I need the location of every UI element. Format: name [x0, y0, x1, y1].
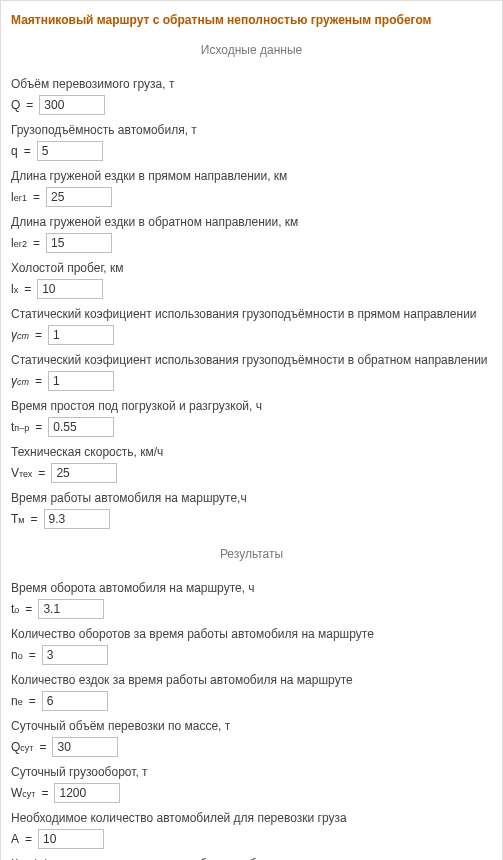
label-Wsut: Суточный грузооборот, т [11, 763, 492, 781]
row-A: A = [11, 829, 492, 849]
form-panel: Маятниковый маршрут с обратным неполност… [0, 0, 503, 860]
label-beta: Коэффициент использования пробега за обо… [11, 855, 492, 860]
output-Qsut[interactable] [52, 737, 118, 757]
equals: = [35, 420, 42, 434]
label-A: Необходимое количество автомобилей для п… [11, 809, 492, 827]
symbol-Qsut: Qсут [11, 740, 33, 754]
label-Q: Объём перевозимого груза, т [11, 75, 492, 93]
row-Wsut: Wсут = [11, 783, 492, 803]
input-Tm[interactable] [44, 509, 110, 529]
symbol-no: nо [11, 648, 23, 662]
equals: = [39, 740, 46, 754]
equals: = [33, 190, 40, 204]
symbol-to: tо [11, 602, 19, 616]
symbol-leg1: lег1 [11, 190, 27, 204]
row-ne: nе = [11, 691, 492, 711]
row-leg1: lег1 = [11, 187, 492, 207]
equals: = [24, 282, 31, 296]
equals: = [26, 98, 33, 112]
section-header-inputs: Исходные данные [11, 43, 492, 57]
row-tpr: tп–р = [11, 417, 492, 437]
page-title: Маятниковый маршрут с обратным неполност… [11, 13, 492, 27]
label-to: Время оборота автомобиля на маршруте, ч [11, 579, 492, 597]
label-no: Количество оборотов за время работы авто… [11, 625, 492, 643]
output-ne[interactable] [42, 691, 108, 711]
row-leg2: lег2 = [11, 233, 492, 253]
symbol-lx: lx [11, 282, 18, 296]
label-tpr: Время простоя под погрузкой и разгрузкой… [11, 397, 492, 415]
output-no[interactable] [42, 645, 108, 665]
symbol-vtex: Vтех [11, 466, 32, 480]
symbol-leg2: lег2 [11, 236, 27, 250]
row-gst2: γст = [11, 371, 492, 391]
label-vtex: Техническая скорость, км/ч [11, 443, 492, 461]
symbol-A: A [11, 832, 19, 846]
label-gst2: Статический коэфициент использования гру… [11, 351, 492, 369]
label-leg2: Длина груженой ездки в обратном направле… [11, 213, 492, 231]
input-vtex[interactable] [51, 463, 117, 483]
symbol-Wsut: Wсут [11, 786, 35, 800]
input-tpr[interactable] [48, 417, 114, 437]
label-lx: Холостой пробег, км [11, 259, 492, 277]
label-Qsut: Суточный объём перевозки по массе, т [11, 717, 492, 735]
input-lx[interactable] [37, 279, 103, 299]
equals: = [33, 236, 40, 250]
symbol-ne: nе [11, 694, 23, 708]
row-Q: Q = [11, 95, 492, 115]
input-Q[interactable] [39, 95, 105, 115]
row-to: tо = [11, 599, 492, 619]
label-Tm: Время работы автомобиля на маршруте,ч [11, 489, 492, 507]
row-lx: lx = [11, 279, 492, 299]
label-ne: Количество ездок за время работы автомоб… [11, 671, 492, 689]
row-no: nо = [11, 645, 492, 665]
equals: = [35, 374, 42, 388]
symbol-gst2: γст [11, 374, 29, 388]
row-Qsut: Qсут = [11, 737, 492, 757]
input-q[interactable] [37, 141, 103, 161]
symbol-q: q [11, 144, 18, 158]
section-header-outputs: Результаты [11, 547, 492, 561]
equals: = [25, 832, 32, 846]
equals: = [35, 328, 42, 342]
equals: = [29, 648, 36, 662]
symbol-tpr: tп–р [11, 420, 29, 434]
row-Tm: Tм = [11, 509, 492, 529]
row-vtex: Vтех = [11, 463, 492, 483]
input-leg2[interactable] [46, 233, 112, 253]
input-leg1[interactable] [46, 187, 112, 207]
row-gst1: γст = [11, 325, 492, 345]
symbol-Q: Q [11, 98, 20, 112]
symbol-Tm: Tм [11, 512, 25, 526]
input-gst2[interactable] [48, 371, 114, 391]
label-q: Грузоподъёмность автомобиля, т [11, 121, 492, 139]
output-A[interactable] [38, 829, 104, 849]
output-to[interactable] [38, 599, 104, 619]
row-q: q = [11, 141, 492, 161]
equals: = [41, 786, 48, 800]
input-gst1[interactable] [48, 325, 114, 345]
symbol-gst1: γст [11, 328, 29, 342]
equals: = [29, 694, 36, 708]
equals: = [31, 512, 38, 526]
equals: = [25, 602, 32, 616]
equals: = [24, 144, 31, 158]
label-leg1: Длина груженой ездки в прямом направлени… [11, 167, 492, 185]
equals: = [38, 466, 45, 480]
label-gst1: Статический коэфициент использования гру… [11, 305, 492, 323]
output-Wsut[interactable] [54, 783, 120, 803]
